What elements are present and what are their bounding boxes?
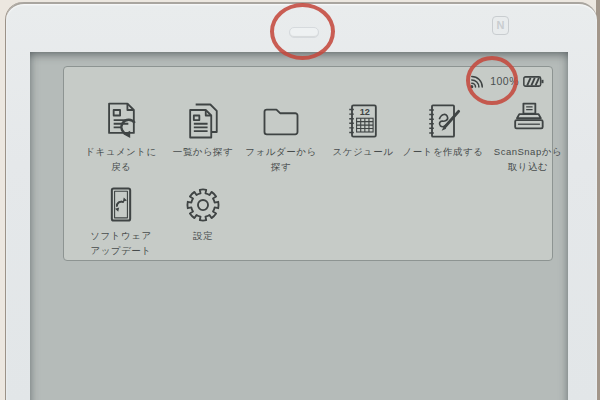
- menu-item-label: アップデート: [77, 245, 165, 257]
- battery-striped-icon: [523, 75, 544, 88]
- menu-item-label: 取り込む: [484, 161, 572, 173]
- menu-item-label: フォルダーから: [237, 146, 325, 158]
- menu-item-find-from-folder[interactable]: フォルダーから 探す: [237, 99, 325, 173]
- device-bezel: N 100%: [6, 2, 597, 400]
- menu-item-return-to-document[interactable]: ドキュメントに 戻る: [77, 99, 165, 173]
- folder-icon: [258, 99, 304, 143]
- wifi-signal-icon: [468, 72, 486, 90]
- menu-item-label: 設定: [159, 230, 247, 242]
- menu-item-label: ScanSnapから: [484, 146, 572, 158]
- scanner-icon: [505, 99, 551, 143]
- menu-item-label: 探す: [237, 161, 325, 173]
- battery-percent: 100%: [490, 75, 519, 87]
- menu-item-label: 一覧から探す: [159, 146, 247, 158]
- menu-item-software-update[interactable]: ソフトウェア アップデート: [77, 183, 165, 257]
- photo-of-device: N 100%: [0, 0, 600, 400]
- menu-item-create-note[interactable]: ノートを作成する: [399, 99, 487, 158]
- home-menu-panel: 100%: [63, 66, 553, 261]
- tablet-sync-icon: [98, 183, 144, 227]
- menu-item-label: スケジュール: [319, 146, 407, 158]
- menu-item-find-from-list[interactable]: 一覧から探す: [159, 99, 247, 158]
- menu-item-import-scansnap[interactable]: ScanSnapから 取り込む: [484, 99, 572, 173]
- note-pen-icon: [420, 99, 466, 143]
- document-return-icon: [98, 99, 144, 143]
- document-stack-icon: [180, 99, 226, 143]
- status-bar: 100%: [468, 72, 544, 90]
- menu-item-label: ドキュメントに: [77, 146, 165, 158]
- eink-screen: 100%: [30, 52, 568, 400]
- menu-item-schedule[interactable]: 12 スケジュール: [319, 99, 407, 158]
- power-slider-button[interactable]: [289, 27, 319, 38]
- menu-item-settings[interactable]: 設定: [159, 183, 247, 242]
- menu-item-label: 戻る: [77, 161, 165, 173]
- menu-item-label: ソフトウェア: [77, 230, 165, 242]
- svg-text:12: 12: [360, 107, 370, 117]
- calendar-icon: 12: [340, 99, 386, 143]
- menu-item-label: ノートを作成する: [399, 146, 487, 158]
- nfc-logo-icon: N: [492, 16, 509, 35]
- gear-icon: [180, 183, 226, 227]
